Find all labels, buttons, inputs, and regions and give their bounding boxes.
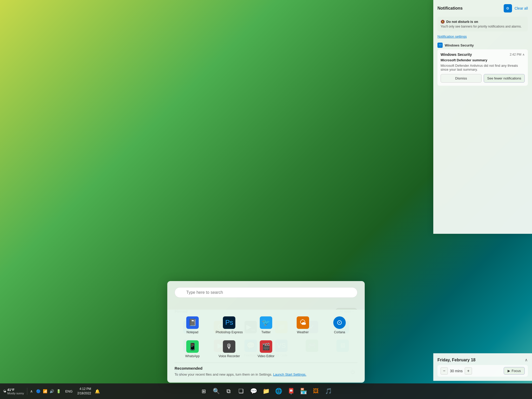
see-fewer-notifications-button[interactable]: See fewer notifications (484, 74, 525, 83)
search-bar-wrapper: 🔍 (175, 287, 357, 303)
notif-defender-title: Microsoft Defender summary (441, 58, 525, 62)
focus-button[interactable]: ▶ Focus (504, 367, 525, 375)
whatsapp-icon: 📱 (186, 340, 199, 353)
windows-security-card: Windows Security 2:42 PM ∧ Microsoft Def… (437, 49, 528, 86)
weather-info: 41°F Mostly sunny (7, 388, 24, 395)
focus-minus-button[interactable]: − (441, 367, 448, 375)
windows-security-icon: 🛡 (437, 43, 443, 48)
start-button[interactable]: ⊞ (198, 385, 209, 397)
notif-defender-body: Microsoft Defender Antivirus did not fin… (441, 64, 525, 71)
taskbar-clock[interactable]: 4:12 PM 2/18/2022 (75, 386, 93, 396)
file-explorer-taskbar[interactable]: 📁 (260, 385, 272, 397)
photoshop-label: Photoshop Express (216, 330, 243, 334)
notification-header: Notifications ⚙ Clear all (437, 4, 528, 12)
focus-minutes: 30 mins (450, 369, 463, 373)
system-tray: ∧ 🔵 📶 🔊 🔋 (27, 387, 63, 395)
language-indicator[interactable]: ENG (64, 389, 74, 393)
all-apps-grid: 📓 Notepad Ps Photoshop Express 🐦 Twitter… (175, 314, 357, 361)
app-notepad[interactable]: 📓 Notepad (175, 314, 210, 337)
dnd-title-text: Do not disturb is on (446, 20, 478, 24)
dnd-description: You'll only see banners for priority not… (441, 25, 525, 28)
store-taskbar[interactable]: 🏪 (298, 385, 309, 397)
clear-all-button[interactable]: Clear all (515, 6, 528, 10)
taskbar-right: ∧ 🔵 📶 🔊 🔋 ENG 4:12 PM 2/18/2022 🔔 (27, 386, 105, 396)
start-menu: 🔍 Pinned All apps › ⚙ O ▶_ (167, 281, 365, 381)
notification-source-windows-security: 🛡 Windows Security (437, 43, 528, 48)
focus-controls: − 30 mins + (441, 367, 472, 375)
notification-panel: Notifications ⚙ Clear all 🔕 Do not distu… (433, 0, 532, 234)
network-icon[interactable]: 📶 (42, 388, 48, 394)
calendar-panel: Friday, February 18 ∧ − 30 mins + ▶ Focu… (433, 353, 532, 381)
notification-title: Notifications (437, 6, 463, 11)
video-editor-icon: 🎬 (260, 340, 272, 353)
focus-button-label: Focus (512, 369, 521, 373)
notification-center-button[interactable]: 🔔 (94, 388, 101, 394)
notif-time-value: 2:42 PM (510, 53, 521, 56)
widgets-button[interactable]: ❏ (235, 385, 247, 397)
weather-widget[interactable]: 🌤 41°F Mostly sunny (0, 388, 27, 395)
recent-text-static: To show your recent files and new apps, … (175, 373, 272, 376)
windows-security-card-label: Windows Security (441, 52, 472, 57)
voice-recorder-label: Voice Recorder (218, 354, 240, 358)
video-editor-label: Video Editor (257, 354, 274, 358)
photos-taskbar[interactable]: 🖼 (310, 385, 322, 397)
calendar-collapse-icon[interactable]: ∧ (525, 357, 528, 362)
notepad-label: Notepad (187, 330, 198, 334)
recent-section: Recommended To show your recent files an… (175, 363, 357, 376)
chat-button[interactable]: 💬 (248, 385, 259, 397)
recommended-label: Recommended (175, 366, 357, 370)
notif-action-buttons: Dismiss See fewer notifications (441, 74, 525, 83)
calendar-date: Friday, February 18 (437, 358, 475, 362)
weather-icon: 🌤 (297, 316, 309, 329)
taskbar-date: 2/18/2022 (77, 391, 91, 396)
all-apps-overlay: 📓 Notepad Ps Photoshop Express 🐦 Twitter… (167, 310, 365, 383)
mail-taskbar[interactable]: 📮 (285, 385, 297, 397)
weather-condition: Mostly sunny (7, 392, 24, 395)
cortana-icon: ⊙ (333, 316, 346, 329)
search-input[interactable] (175, 287, 357, 298)
app-voice-recorder[interactable]: 🎙 Voice Recorder (211, 338, 247, 361)
calendar-header: Friday, February 18 ∧ (437, 357, 528, 362)
notepad-icon: 📓 (186, 316, 199, 329)
notif-card-header: Windows Security 2:42 PM ∧ (441, 52, 525, 57)
taskbar-center: ⊞ 🔍 ⧉ ❏ 💬 📁 🌐 📮 🏪 🖼 🎵 (198, 385, 334, 397)
dnd-icon: 🔕 (441, 20, 445, 24)
photoshop-icon: Ps (223, 316, 235, 329)
task-view-button[interactable]: ⧉ (223, 385, 234, 397)
volume-icon[interactable]: 🔊 (49, 388, 55, 394)
app-cortana[interactable]: ⊙ Cortana (322, 314, 357, 337)
battery-icon[interactable]: 🔋 (55, 388, 62, 394)
dnd-title: 🔕 Do not disturb is on (441, 20, 525, 24)
weather-label: Weather (297, 330, 309, 334)
notification-settings-icon[interactable]: ⚙ (504, 4, 512, 12)
app-twitter[interactable]: 🐦 Twitter (248, 314, 284, 337)
hidden-icons-button[interactable]: ∧ (28, 388, 35, 394)
recent-description: To show your recent files and new apps, … (175, 373, 357, 376)
weather-icon-tb: 🌤 (3, 389, 6, 393)
focus-plus-button[interactable]: + (465, 367, 472, 375)
spotify-taskbar[interactable]: 🎵 (323, 385, 334, 397)
weather-temp: 41°F (7, 388, 24, 392)
search-taskbar-button[interactable]: 🔍 (210, 385, 222, 397)
app-weather[interactable]: 🌤 Weather (285, 314, 321, 337)
focus-bar: − 30 mins + ▶ Focus (437, 365, 528, 377)
app-photoshop-express[interactable]: Ps Photoshop Express (211, 314, 247, 337)
windows-security-source-name: Windows Security (445, 43, 474, 47)
app-whatsapp[interactable]: 📱 WhatsApp (175, 338, 210, 361)
dismiss-button[interactable]: Dismiss (441, 74, 482, 83)
whatsapp-label: WhatsApp (185, 354, 200, 358)
notification-header-right: ⚙ Clear all (504, 4, 528, 12)
app-video-editor[interactable]: 🎬 Video Editor (248, 338, 284, 361)
notif-expand-icon[interactable]: ∧ (522, 53, 525, 56)
notification-settings-link[interactable]: Notification settings (437, 35, 528, 38)
desktop: Notifications ⚙ Clear all 🔕 Do not distu… (0, 0, 532, 399)
taskbar: 🌤 41°F Mostly sunny ⊞ 🔍 ⧉ ❏ 💬 📁 🌐 📮 🏪 🖼 … (0, 383, 532, 399)
voice-recorder-icon: 🎙 (223, 340, 235, 353)
twitter-icon: 🐦 (260, 316, 272, 329)
dnd-notice: 🔕 Do not disturb is on You'll only see b… (437, 17, 528, 31)
bluetooth-icon[interactable]: 🔵 (35, 388, 41, 394)
launch-start-settings-link[interactable]: Launch Start Settings. (273, 373, 306, 376)
edge-browser-taskbar[interactable]: 🌐 (273, 385, 284, 397)
notif-time: 2:42 PM ∧ (510, 53, 525, 56)
taskbar-time: 4:12 PM (77, 387, 91, 391)
